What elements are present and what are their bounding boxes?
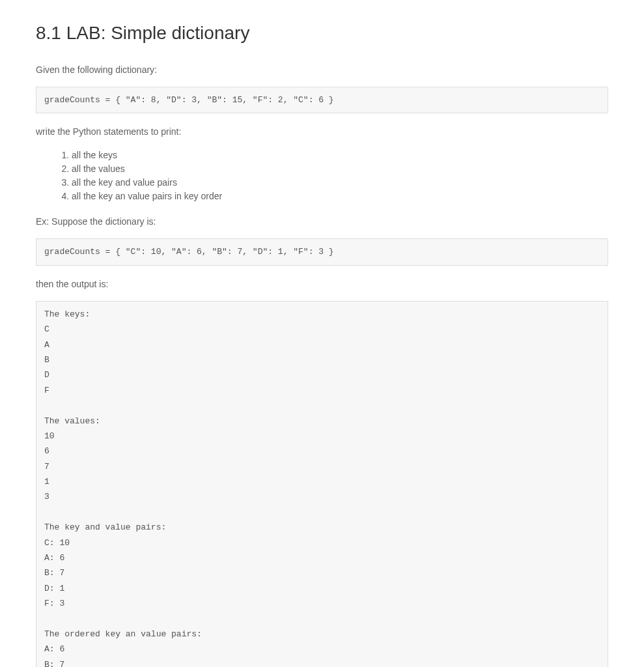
- list-item: all the key an value pairs in key order: [72, 190, 608, 203]
- code-block-dictionary-1: gradeCounts = { "A": 8, "D": 3, "B": 15,…: [36, 87, 608, 113]
- intro-text: Given the following dictionary:: [36, 63, 608, 77]
- output-label: then the output is:: [36, 277, 608, 291]
- code-block-dictionary-2: gradeCounts = { "C": 10, "A": 6, "B": 7,…: [36, 238, 608, 265]
- list-item: all the keys: [72, 149, 608, 162]
- list-item: all the values: [72, 162, 608, 176]
- page-heading: 8.1 LAB: Simple dictionary: [36, 20, 608, 47]
- output-block: The keys: C A B D F The values: 10 6 7 1…: [36, 301, 608, 667]
- instruction-text: write the Python statements to print:: [36, 125, 608, 139]
- example-label: Ex: Suppose the dictionary is:: [36, 215, 608, 229]
- task-list: all the keys all the values all the key …: [72, 149, 608, 203]
- list-item: all the key and value pairs: [72, 176, 608, 190]
